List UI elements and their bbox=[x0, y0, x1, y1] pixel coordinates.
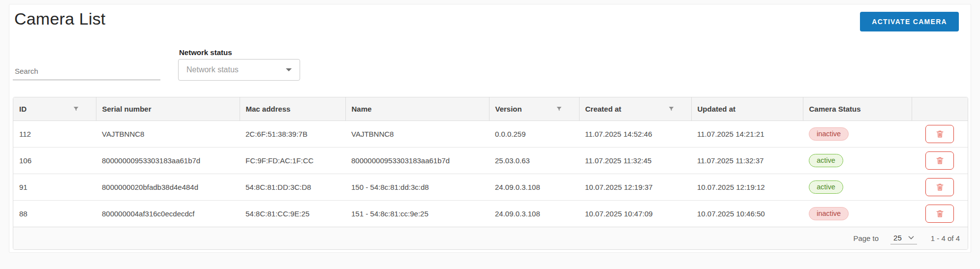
column-label: ID bbox=[19, 105, 27, 113]
status-badge: inactive bbox=[809, 127, 849, 141]
cell-actions bbox=[912, 200, 968, 227]
column-label: Mac address bbox=[246, 105, 291, 113]
page-size-select[interactable]: 25 bbox=[890, 232, 917, 244]
cell-created-at: 11.07.2025 14:52:46 bbox=[579, 120, 691, 147]
cell-id: 91 bbox=[13, 174, 96, 200]
activate-camera-button[interactable]: ACTIVATE CAMERA bbox=[860, 12, 959, 31]
column-header-mac-address: Mac address bbox=[240, 97, 345, 120]
cell-version: 0.0.0.259 bbox=[489, 120, 579, 147]
cell-mac-address: FC:9F:FD:AC:1F:CC bbox=[240, 147, 345, 174]
status-badge: active bbox=[809, 154, 843, 167]
delete-camera-button[interactable] bbox=[925, 178, 954, 196]
camera-table: ID Serial number Mac address Name bbox=[13, 97, 968, 250]
delete-camera-button[interactable] bbox=[925, 125, 954, 143]
page-to-label: Page to bbox=[853, 234, 879, 242]
table-header: ID Serial number Mac address Name bbox=[13, 97, 968, 120]
cell-camera-status: inactive bbox=[803, 200, 912, 227]
cell-version: 25.03.0.63 bbox=[489, 147, 579, 174]
cell-name: 80000000953303183aa61b7d bbox=[345, 147, 489, 174]
table-row: 112 VAJTBNNC8 2C:6F:51:38:39:7B VAJTBNNC… bbox=[13, 120, 968, 147]
cell-id: 112 bbox=[13, 120, 96, 147]
filter-funnel-icon[interactable] bbox=[668, 106, 674, 112]
table-footer: Page to 25 1 - 4 of 4 bbox=[13, 227, 968, 249]
search-input[interactable] bbox=[13, 62, 160, 80]
trash-icon bbox=[935, 129, 945, 139]
cell-serial-number: 8000000020bfadb38d4e484d bbox=[96, 174, 240, 200]
cell-actions bbox=[912, 120, 968, 147]
cell-updated-at: 10.07.2025 12:19:12 bbox=[691, 174, 803, 200]
cell-mac-address: 54:8C:81:CC:9E:25 bbox=[240, 200, 345, 227]
cell-actions bbox=[912, 174, 968, 200]
status-badge: inactive bbox=[809, 207, 849, 220]
cell-id: 88 bbox=[13, 200, 96, 227]
delete-camera-button[interactable] bbox=[925, 151, 954, 170]
caret-down-icon bbox=[286, 68, 292, 71]
cell-serial-number: VAJTBNNC8 bbox=[96, 120, 240, 147]
cell-camera-status: active bbox=[803, 174, 912, 200]
search-field bbox=[13, 62, 160, 80]
cell-created-at: 10.07.2025 12:19:37 bbox=[579, 174, 691, 200]
filter-funnel-icon[interactable] bbox=[556, 106, 562, 112]
cell-camera-status: active bbox=[803, 147, 912, 174]
status-badge: active bbox=[809, 180, 843, 194]
column-header-name: Name bbox=[345, 97, 489, 120]
column-header-created-at: Created at bbox=[579, 97, 691, 120]
cell-updated-at: 10.07.2025 10:46:50 bbox=[691, 200, 803, 227]
trash-icon bbox=[935, 155, 945, 166]
network-status-select[interactable]: Network status bbox=[178, 59, 300, 81]
column-header-actions bbox=[912, 97, 968, 120]
table-body: 112 VAJTBNNC8 2C:6F:51:38:39:7B VAJTBNNC… bbox=[13, 120, 968, 227]
table-row: 88 800000004af316c0ecdecdcf 54:8C:81:CC:… bbox=[13, 200, 968, 227]
column-header-camera-status: Camera Status bbox=[803, 97, 912, 120]
cell-updated-at: 11.07.2025 14:21:21 bbox=[691, 120, 803, 147]
trash-icon bbox=[935, 182, 945, 192]
page-size-value: 25 bbox=[893, 234, 902, 242]
table-row: 106 80000000953303183aa61b7d FC:9F:FD:AC… bbox=[13, 147, 968, 174]
column-header-id: ID bbox=[13, 97, 96, 120]
cell-version: 24.09.0.3.108 bbox=[489, 174, 579, 200]
cell-mac-address: 54:8C:81:DD:3C:D8 bbox=[240, 174, 345, 200]
delete-camera-button[interactable] bbox=[925, 205, 954, 223]
column-label: Serial number bbox=[102, 105, 152, 113]
chevron-down-icon bbox=[908, 236, 914, 239]
column-label: Updated at bbox=[698, 105, 736, 113]
column-label: Version bbox=[495, 105, 522, 113]
column-label: Created at bbox=[585, 105, 621, 113]
cell-name: VAJTBNNC8 bbox=[345, 120, 489, 147]
camera-list-card: Camera List ACTIVATE CAMERA Network stat… bbox=[9, 4, 971, 253]
trash-icon bbox=[935, 209, 945, 219]
cell-serial-number: 800000004af316c0ecdecdcf bbox=[96, 200, 240, 227]
cell-serial-number: 80000000953303183aa61b7d bbox=[96, 147, 240, 174]
column-header-updated-at: Updated at bbox=[691, 97, 803, 120]
cell-version: 24.09.0.3.108 bbox=[489, 200, 579, 227]
column-header-version: Version bbox=[489, 97, 579, 120]
cell-id: 106 bbox=[13, 147, 96, 174]
cell-name: 150 - 54:8c:81:dd:3c:d8 bbox=[345, 174, 489, 200]
cell-created-at: 10.07.2025 10:47:09 bbox=[579, 200, 691, 227]
page-title: Camera List bbox=[14, 9, 105, 29]
cell-name: 151 - 54:8c:81:cc:9e:25 bbox=[345, 200, 489, 227]
network-status-placeholder: Network status bbox=[186, 65, 286, 74]
cell-updated-at: 11.07.2025 11:32:37 bbox=[691, 147, 803, 174]
network-status-label: Network status bbox=[179, 48, 232, 57]
pagination-range: 1 - 4 of 4 bbox=[931, 234, 960, 242]
cell-created-at: 11.07.2025 11:32:45 bbox=[579, 147, 691, 174]
cell-mac-address: 2C:6F:51:38:39:7B bbox=[240, 120, 345, 147]
column-label: Camera Status bbox=[809, 105, 861, 113]
cell-camera-status: inactive bbox=[803, 120, 912, 147]
column-header-serial-number: Serial number bbox=[96, 97, 240, 120]
table-row: 91 8000000020bfadb38d4e484d 54:8C:81:DD:… bbox=[13, 174, 968, 200]
filter-funnel-icon[interactable] bbox=[73, 106, 79, 112]
column-label: Name bbox=[352, 105, 372, 113]
cell-actions bbox=[912, 147, 968, 174]
